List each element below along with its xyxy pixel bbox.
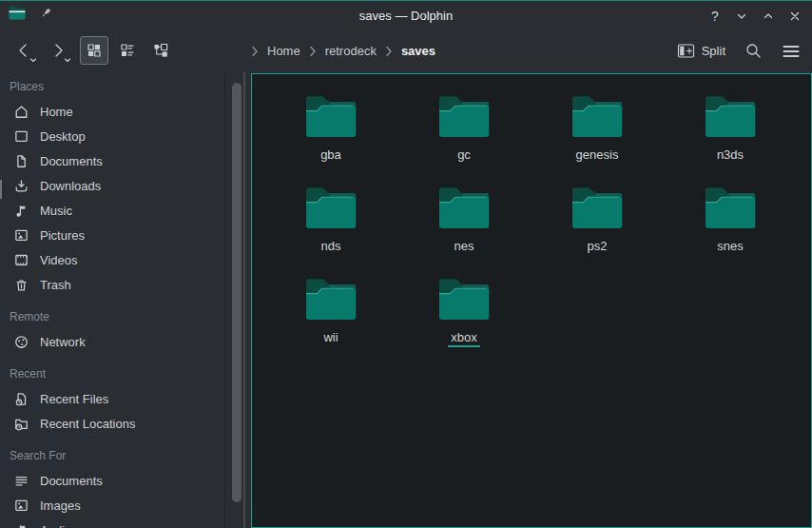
sidebar-item-search-audio[interactable]: Audio (8, 518, 224, 528)
breadcrumb: Home retrodeck saves (251, 29, 435, 72)
details-view-icon (120, 43, 135, 58)
dolphin-window: { "window": { "title": "saves — Dolphin"… (0, 0, 812, 528)
chevron-right-icon (385, 46, 393, 57)
text-lines-icon (13, 473, 29, 489)
image-icon (13, 498, 29, 514)
folder-icon (303, 276, 358, 322)
sidebar-item-videos[interactable]: Videos (8, 247, 224, 272)
icons-view-icon (87, 43, 102, 58)
sidebar-item-trash[interactable]: Trash (8, 272, 224, 297)
folder-item-gba[interactable]: gba (264, 86, 397, 177)
sidebar-divider (224, 72, 225, 528)
places-section-header: Places (10, 78, 224, 95)
trash-icon (13, 277, 29, 293)
forward-button[interactable] (44, 36, 72, 65)
folder-item-xbox[interactable]: xbox (397, 268, 531, 360)
folder-label: genesis (573, 147, 622, 163)
folder-icon (303, 185, 358, 230)
help-button[interactable]: ? (706, 7, 725, 26)
image-icon (13, 227, 29, 244)
hamburger-menu-button[interactable] (782, 44, 801, 59)
desktop-icon (13, 128, 29, 145)
sidebar-item-home[interactable]: Home (8, 99, 224, 124)
folder-item-nds[interactable]: nds (264, 177, 397, 268)
folder-label: nes (452, 239, 477, 254)
folder-label: nds (319, 239, 344, 254)
folder-label: ps2 (585, 239, 610, 254)
forward-dropdown-caret (64, 58, 71, 63)
folder-label: snes (714, 239, 745, 254)
maximize-button[interactable] (759, 7, 778, 26)
sidebar-item-downloads[interactable]: Downloads (8, 173, 224, 198)
sidebar-item-recent-locations[interactable]: Recent Locations (8, 411, 224, 436)
window-edge-indicator (0, 180, 2, 199)
download-icon (13, 178, 29, 194)
folder-item-wii[interactable]: wii (264, 268, 397, 360)
split-button-label: Split (702, 44, 725, 58)
folder-label: gba (318, 147, 344, 163)
titlebar[interactable]: saves — Dolphin ? (0, 2, 812, 29)
details-view-button[interactable] (113, 36, 142, 65)
folder-icon (436, 276, 492, 322)
search-button[interactable] (744, 42, 763, 60)
sidebar-item-desktop[interactable]: Desktop (8, 124, 224, 148)
back-button[interactable] (10, 36, 38, 65)
sidebar-item-pictures[interactable]: Pictures (8, 223, 224, 247)
folder-icon (570, 185, 625, 230)
chevron-right-icon (251, 46, 259, 57)
breadcrumb-retrodeck[interactable]: retrodeck (325, 44, 377, 58)
split-button[interactable]: Split (677, 43, 725, 59)
sidebar-scrollbar[interactable] (232, 83, 242, 502)
window-title: saves — Dolphin (0, 2, 812, 29)
remote-section-header: Remote (10, 308, 224, 325)
sidebar-item-recent-files[interactable]: Recent Files (8, 386, 224, 411)
folder-item-genesis[interactable]: genesis (531, 86, 664, 177)
main-toolbar: Home retrodeck saves Split (0, 29, 812, 72)
minimize-button[interactable] (732, 7, 751, 26)
home-icon (13, 104, 29, 120)
sidebar-item-search-documents[interactable]: Documents (8, 468, 224, 493)
search-for-section-header: Search For (10, 447, 224, 464)
sidebar-item-documents[interactable]: Documents (8, 148, 224, 173)
music-note-icon (13, 522, 29, 528)
sidebar-item-search-images[interactable]: Images (8, 493, 224, 518)
folder-item-ps2[interactable]: ps2 (531, 177, 664, 268)
film-icon (13, 252, 29, 268)
tree-view-icon (153, 43, 169, 58)
folder-icon (436, 185, 492, 230)
folder-icon (303, 93, 358, 139)
places-panel: Places Home Desktop Documents Downloads … (0, 72, 224, 528)
sidebar-item-music[interactable]: Music (8, 198, 224, 223)
folder-item-nes[interactable]: nes (397, 177, 531, 268)
chevron-right-icon (309, 46, 317, 57)
recent-folder-icon (13, 416, 29, 432)
breadcrumb-home[interactable]: Home (267, 44, 300, 58)
folder-item-snes[interactable]: snes (664, 177, 797, 268)
folder-item-n3ds[interactable]: n3ds (664, 86, 797, 177)
close-button[interactable] (785, 7, 804, 26)
icons-view-button[interactable] (80, 36, 108, 65)
recent-section-header: Recent (10, 365, 224, 382)
folder-label: wii (320, 330, 340, 345)
sidebar-item-network[interactable]: Network (8, 329, 224, 354)
breadcrumb-saves[interactable]: saves (401, 44, 435, 58)
folder-label: gc (454, 147, 474, 163)
hamburger-menu-icon (782, 44, 801, 59)
folder-view[interactable]: gba gc genesis (251, 73, 812, 528)
folder-label-focused: xbox (448, 330, 479, 347)
split-view-icon (677, 43, 695, 59)
panel-splitter[interactable] (243, 72, 245, 528)
folder-icon (570, 93, 625, 139)
back-dropdown-caret (29, 58, 37, 63)
network-icon (13, 334, 29, 350)
music-note-icon (13, 203, 29, 219)
folder-icon (703, 93, 758, 139)
search-icon (744, 42, 763, 60)
tree-view-button[interactable] (146, 36, 175, 65)
folder-icon (703, 185, 758, 230)
folder-label: n3ds (714, 147, 746, 163)
recent-file-icon (13, 391, 29, 407)
folder-grid: gba gc genesis (252, 74, 811, 360)
folder-item-gc[interactable]: gc (397, 86, 531, 177)
document-icon (13, 153, 29, 169)
